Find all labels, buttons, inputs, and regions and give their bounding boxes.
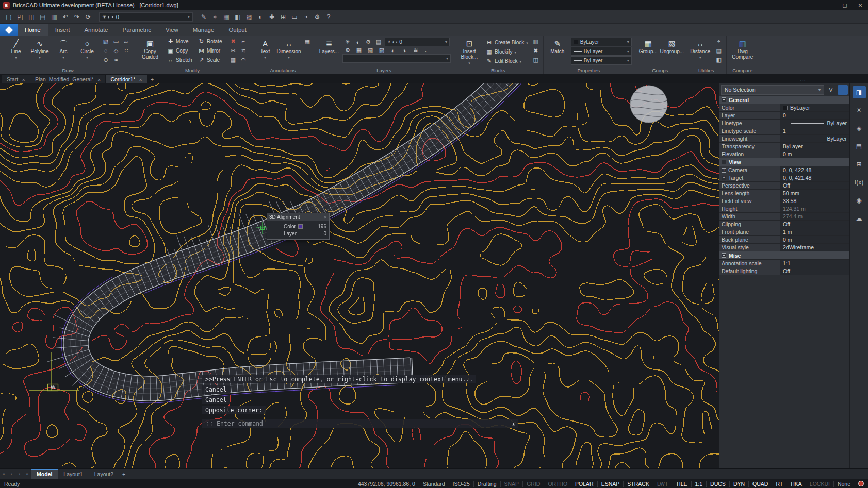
status-toggle[interactable]: QUAD — [748, 481, 772, 487]
utility-icon[interactable]: ▤ — [714, 46, 724, 55]
stop-icon[interactable] — [858, 481, 864, 486]
status-toggle[interactable]: TILE — [672, 481, 691, 487]
status-toggle[interactable]: 1:1 — [691, 481, 707, 487]
prop-value-width[interactable]: 274.4 m — [780, 213, 849, 220]
ribbon-tab[interactable]: Manage — [186, 24, 222, 36]
prop-value-elevation[interactable]: 0 m — [780, 150, 849, 158]
ribbon-tab[interactable]: Parametric — [116, 24, 159, 36]
close-tab-icon[interactable] — [97, 76, 101, 82]
plot-preview-icon[interactable]: ▥ — [48, 12, 60, 22]
status-toggle[interactable]: POLAR — [571, 481, 597, 487]
help-icon[interactable]: ? — [323, 12, 334, 22]
expand-icon[interactable] — [722, 176, 726, 180]
prop-value-lens-length[interactable]: 50 mm — [780, 190, 849, 197]
prop-value-height[interactable]: 124.31 m — [780, 205, 849, 212]
maximize-button[interactable]: ▢ — [837, 0, 853, 10]
block-tool-button[interactable]: ▦ Blockify — [485, 47, 529, 56]
block-extra-icon[interactable]: ▥ — [531, 37, 541, 46]
select-similar-icon[interactable]: ≡ — [838, 85, 848, 95]
prop-value-visual-style[interactable]: 2dWireframe — [780, 244, 849, 251]
expand-history-icon[interactable]: ▲ — [512, 422, 515, 426]
open-file-icon[interactable]: ◰ — [14, 12, 26, 22]
coordinates-readout[interactable]: 443792.06, 90961.86, 0 — [354, 481, 419, 487]
time-icon[interactable]: ◔ — [300, 12, 312, 22]
prop-value-perspective[interactable]: Off — [780, 182, 849, 189]
draw-tool-button[interactable]: ∿ Polyline — [28, 37, 52, 66]
layer-dropdown[interactable]: ☀ ◐ ▪ 0 — [99, 12, 193, 22]
prop-value-front-plane[interactable]: 1 m — [780, 228, 849, 235]
document-tab[interactable]: Corridor1* — [106, 75, 147, 83]
draw-extra-icon[interactable]: ▧ — [101, 37, 111, 46]
prop-value-clipping[interactable]: Off — [780, 221, 849, 228]
minimize-button[interactable]: – — [822, 0, 837, 10]
layout-nav-icon[interactable]: › — [15, 469, 23, 479]
drag-handle-icon[interactable]: ⋮⋮ — [205, 421, 214, 427]
distance-button[interactable]: ↔ Distance — [689, 37, 712, 66]
entity-property-dropdown[interactable]: ByLayer — [571, 38, 632, 46]
block-extra-icon[interactable]: ◫ — [531, 55, 541, 64]
dwg-compare-button[interactable]: ▥ Dwg Compare — [729, 37, 757, 66]
match-properties-button[interactable]: ✎ Match — [546, 37, 569, 66]
draw-extra-icon[interactable]: ∷ — [121, 46, 132, 55]
status-toggle[interactable]: STRACK — [623, 481, 653, 487]
layout-nav-icon[interactable]: » — [23, 469, 31, 479]
draw-tool-button[interactable]: ⌒ Arc — [52, 37, 75, 66]
expand-icon[interactable] — [722, 168, 726, 173]
status-toggle[interactable]: DUCS — [706, 481, 729, 487]
drawing-viewport[interactable]: 3D Alignment Color 196 Layer 0 — [0, 83, 719, 468]
shade-icon[interactable]: ◐ — [255, 12, 266, 22]
status-toggle[interactable]: Drafting — [473, 481, 500, 487]
layer-tool-icon[interactable]: ⌐ — [422, 47, 432, 54]
modify-extra-icon[interactable]: ⌐ — [238, 37, 249, 46]
status-toggle[interactable]: LWT — [653, 481, 672, 487]
prop-value-annotation-scale[interactable]: 1:1 — [780, 260, 849, 267]
mechanical-browser-icon[interactable]: ◉ — [853, 194, 866, 207]
modify-tool-button[interactable]: ✚ Move — [166, 37, 195, 46]
layer-tool-icon[interactable]: ☀ — [342, 39, 353, 45]
group-tool-button[interactable]: ▧ Ungroup... — [660, 37, 684, 66]
cloud-panel-icon[interactable]: ☁ — [853, 212, 866, 225]
ribbon-tab[interactable]: Annotate — [77, 24, 115, 36]
layout-tab[interactable]: Layout1 — [58, 469, 88, 479]
entity-property-dropdown[interactable]: ByLayer — [571, 47, 632, 56]
modify-extra-icon[interactable]: ✖ — [228, 37, 238, 46]
prop-value-color[interactable]: ByLayer — [780, 104, 849, 111]
tab-overflow-icon[interactable]: ⋯ — [800, 77, 806, 83]
annotation-tool-button[interactable]: ↔ Dimension — [277, 37, 301, 66]
modify-extra-icon[interactable]: ✂ — [228, 46, 238, 55]
layout-nav-icon[interactable]: ‹ — [8, 469, 15, 479]
application-button[interactable] — [0, 24, 18, 36]
draw-extra-icon[interactable]: ▭ — [111, 37, 121, 46]
block-extra-icon[interactable]: ✖ — [531, 46, 541, 55]
modify-extra-icon[interactable]: ▦ — [228, 55, 238, 64]
brush-icon[interactable]: ✎ — [198, 12, 209, 22]
modify-tool-button[interactable]: ▣ Copy — [166, 46, 195, 55]
status-toggle[interactable]: Standard — [419, 481, 449, 487]
prop-value-lineweight[interactable]: ByLayer — [780, 135, 849, 142]
add-icon[interactable]: ✚ — [266, 12, 277, 22]
save-icon[interactable]: ◫ — [26, 12, 37, 22]
draw-extra-icon[interactable]: ▱ — [121, 37, 132, 46]
light-icon[interactable]: ☀ — [853, 104, 866, 116]
ribbon-tab[interactable]: Insert — [48, 24, 77, 36]
document-tab[interactable]: Plan_Modified_General* — [30, 75, 106, 83]
layer-tool-icon[interactable]: ◐ — [388, 47, 398, 54]
close-tab-icon[interactable] — [139, 76, 142, 82]
undo-icon[interactable]: ↶ — [60, 12, 71, 22]
draw-tool-button[interactable]: ○ Circle — [75, 37, 99, 66]
entity-property-dropdown[interactable]: ByLayer — [571, 56, 632, 65]
status-toggle[interactable]: RT — [772, 481, 787, 487]
prop-section-view[interactable]: View — [719, 158, 849, 166]
close-tab-icon[interactable] — [22, 76, 25, 82]
prop-section-general[interactable]: General — [719, 96, 849, 104]
layer-tool-icon[interactable]: ▦ — [354, 47, 364, 54]
layer-tool-icon[interactable]: ⚙ — [342, 47, 353, 54]
command-input-bar[interactable]: ⋮⋮ ▲ — [202, 419, 518, 428]
status-toggle[interactable]: SNAP — [500, 481, 523, 487]
annotation-tool-button[interactable]: A Text — [253, 37, 277, 66]
layers-button[interactable]: ≣ Layers... — [317, 37, 341, 66]
layer-tool-icon[interactable]: ▤ — [373, 39, 384, 45]
modify-extra-icon[interactable]: ≋ — [238, 46, 249, 55]
collapse-icon[interactable] — [722, 253, 726, 258]
utility-icon[interactable]: ◧ — [714, 55, 724, 64]
